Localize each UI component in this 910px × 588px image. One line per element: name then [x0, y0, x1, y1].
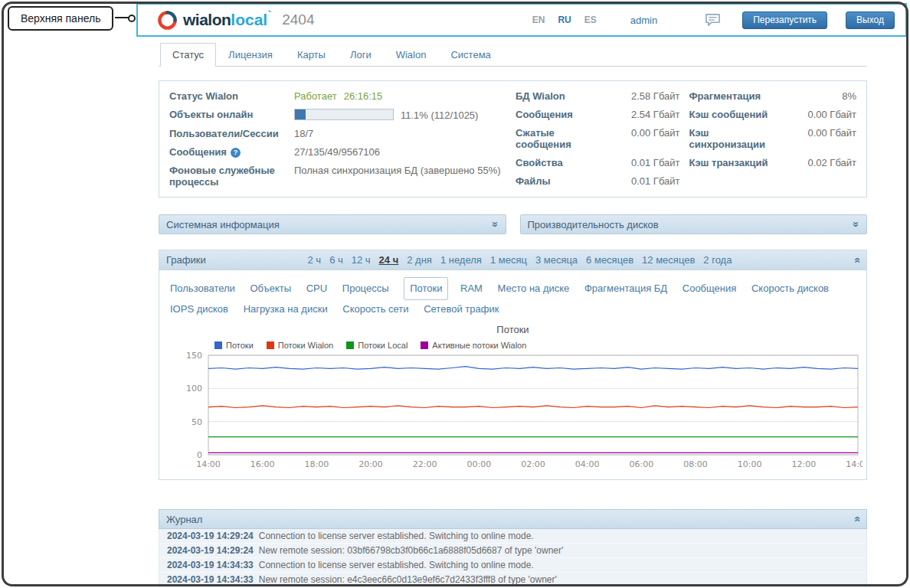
chart-tab-link[interactable]: Процессы: [342, 279, 389, 298]
status-left-column: Статус Wialon Работает26:16:15 Объекты о…: [169, 90, 516, 188]
legend-item: Потоки Wialon: [267, 341, 333, 350]
time-range-link[interactable]: 6 месяцев: [586, 254, 633, 266]
journal-entry: 2024-03-19 14:34:33Connection to license…: [159, 558, 866, 573]
chevron-down-icon[interactable]: »: [490, 221, 501, 227]
chart-tab-link[interactable]: Скорость дисков: [751, 279, 829, 298]
journal-panel-header[interactable]: Журнал »: [159, 509, 867, 529]
journal-entry-message: New remote session: 03bf66798cb3f0b66c1a…: [259, 545, 564, 556]
disk-performance-panel-header[interactable]: Производительность дисков »: [520, 214, 868, 234]
journal-entry-time: 2024-03-19 14:29:24: [167, 531, 254, 541]
status-label: Файлы: [516, 175, 610, 187]
online-progress-bar: [294, 109, 394, 120]
online-units-text: 11.1% (112/1025): [401, 109, 478, 121]
time-range-link[interactable]: 24 ч: [379, 254, 399, 266]
journal-entry: 2024-03-19 14:29:24Connection to license…: [159, 529, 866, 544]
status-value: 0.02 Гбайт: [792, 157, 856, 168]
tab[interactable]: Карты: [285, 43, 338, 67]
users-sessions-value: 18/7: [294, 128, 516, 139]
messages-counters-value: 27/135/49/9567106: [294, 146, 516, 158]
chart-tab-link[interactable]: Сетевой трафик: [424, 300, 499, 318]
chart-tab-link[interactable]: Потоки: [404, 277, 448, 300]
chart-tab-link[interactable]: Скорость сети: [342, 300, 408, 318]
chart-type-tabs: Пользователи Объекты CPU Процессы Потоки…: [159, 270, 866, 321]
svg-text:14:00: 14:00: [846, 459, 863, 469]
language-link[interactable]: RU: [558, 15, 571, 25]
status-right-column: БД Wialon 2.58 Гбайт Фрагментация 8% Соо…: [516, 90, 856, 188]
system-info-title: Системная информация: [166, 219, 280, 230]
journal-entries: 2024-03-19 14:29:24Connection to license…: [159, 529, 867, 588]
chevron-up-icon[interactable]: »: [851, 516, 862, 522]
time-range-link[interactable]: 1 месяц: [490, 254, 527, 266]
svg-text:08:00: 08:00: [683, 459, 708, 469]
svg-text:10:00: 10:00: [738, 459, 762, 469]
help-icon[interactable]: ?: [231, 148, 241, 158]
main-tabs: Статус Лицензия Карты Логи Wialon Систем…: [159, 43, 867, 67]
online-progress-fill: [295, 109, 306, 119]
journal-title: Журнал: [166, 514, 202, 525]
tab[interactable]: Лицензия: [216, 43, 285, 67]
topbar-actions: EN RU ES admin Перезапустить Выход: [532, 11, 895, 29]
chart-tab-link[interactable]: IOPS дисков: [170, 300, 228, 318]
chart-title: Потоки: [159, 324, 866, 335]
chart-tab-link[interactable]: Пользователи: [170, 279, 235, 298]
chart-tab-link[interactable]: Сообщения: [682, 279, 737, 298]
chat-icon[interactable]: [705, 13, 721, 27]
svg-text:06:00: 06:00: [629, 459, 653, 469]
annotation-connector-dot: [128, 15, 136, 22]
brand-name-primary: wialon: [183, 11, 231, 29]
svg-text:14:00: 14:00: [196, 459, 221, 469]
legend-label: Потоки Local: [358, 341, 408, 350]
restart-button[interactable]: Перезапустить: [742, 11, 827, 29]
status-value: 11.1% (112/1025): [294, 109, 516, 121]
chart-tab-link[interactable]: Фрагментация БД: [584, 279, 667, 298]
journal-entry-message: Connection to license server established…: [259, 560, 534, 570]
svg-text:22:00: 22:00: [413, 459, 437, 469]
status-value: 0.00 Гбайт: [792, 109, 856, 120]
time-range-link[interactable]: 2 ч: [308, 254, 322, 266]
legend-swatch: [421, 341, 428, 349]
time-range-selector: 2 ч 6 ч 12 ч 24 ч 2 дня 1 неделя 1 месяц…: [308, 254, 732, 266]
legend-item: Потоки: [214, 341, 254, 350]
chart-tab-link[interactable]: Место на диске: [498, 279, 570, 298]
time-range-link[interactable]: 12 ч: [352, 254, 371, 266]
time-range-link[interactable]: 2 дня: [407, 254, 432, 266]
version-number: 2404: [282, 11, 314, 28]
chevron-down-icon[interactable]: »: [851, 221, 862, 227]
brand-tick-mark: `: [267, 8, 271, 21]
svg-text:12:00: 12:00: [791, 459, 816, 469]
time-range-link[interactable]: 3 месяца: [535, 254, 578, 266]
time-range-link[interactable]: 2 года: [703, 254, 732, 266]
system-info-panel-header[interactable]: Системная информация »: [159, 214, 506, 234]
top-panel: wialonlocal` 2404 EN RU ES admin Перезап…: [136, 3, 907, 37]
status-label: Статус Wialon: [169, 90, 294, 102]
chart-tab-link[interactable]: CPU: [306, 279, 327, 298]
logout-button[interactable]: Выход: [846, 11, 895, 29]
status-label: Кэш транзакций: [689, 157, 784, 168]
svg-text:04:00: 04:00: [575, 459, 600, 469]
chart-tab-link[interactable]: RAM: [460, 279, 483, 298]
status-value: 0.00 Гбайт: [792, 127, 856, 150]
status-label: Объекты онлайн: [169, 109, 294, 121]
annotation-connector-line: [115, 17, 129, 18]
tab[interactable]: Статус: [160, 43, 216, 67]
time-range-link[interactable]: 6 ч: [329, 254, 343, 266]
wialon-status-value: Работает: [294, 90, 337, 102]
language-link[interactable]: EN: [532, 15, 545, 25]
svg-text:20:00: 20:00: [358, 459, 383, 469]
chevron-up-icon[interactable]: »: [851, 257, 862, 263]
language-link[interactable]: ES: [584, 15, 597, 25]
tab[interactable]: Система: [438, 43, 502, 67]
journal-entry-message: Connection to license server established…: [259, 531, 534, 541]
admin-user-link[interactable]: admin: [630, 15, 657, 26]
chart-tab-link[interactable]: Объекты: [250, 279, 291, 298]
tab[interactable]: Wialon: [384, 43, 439, 67]
main-content: Статус Лицензия Карты Логи Wialon Систем…: [159, 43, 867, 588]
time-range-link[interactable]: 1 неделя: [440, 254, 482, 266]
collapsed-panels-row: Системная информация » Производительност…: [159, 214, 867, 234]
legend-label: Активные потоки Wialon: [432, 341, 526, 350]
charts-panel-header[interactable]: Графики 2 ч 6 ч 12 ч 24 ч 2 дня 1 неделя…: [159, 250, 866, 270]
tab[interactable]: Логи: [338, 43, 384, 67]
background-process-value: Полная синхронизация БД (завершено 55%): [294, 165, 516, 188]
chart-tab-link[interactable]: Нагрузка на диски: [244, 300, 328, 318]
time-range-link[interactable]: 12 месяцев: [642, 254, 695, 266]
